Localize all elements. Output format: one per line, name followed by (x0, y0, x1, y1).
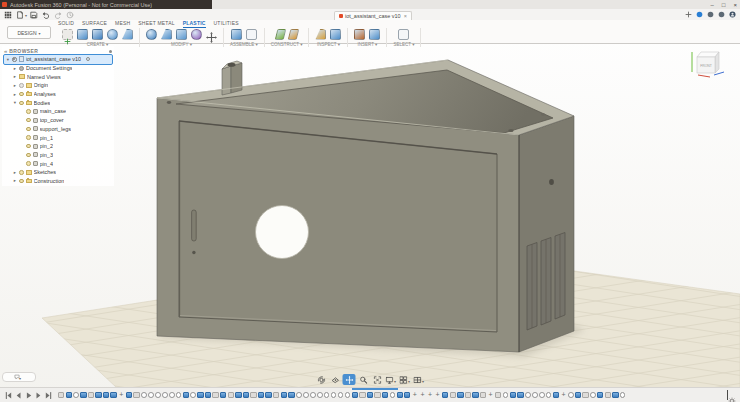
go-to-end-button[interactable] (44, 391, 53, 400)
timeline-hole-feature-icon[interactable] (390, 392, 396, 398)
timeline-solid-feature-icon[interactable] (404, 392, 410, 398)
step-forward-button[interactable] (34, 391, 43, 400)
document-tab[interactable]: iot_assistant_case v10 × (334, 11, 412, 20)
browser-item-named-views[interactable]: ▸Named Views (4, 72, 112, 81)
timeline-solid-feature-icon[interactable] (281, 392, 287, 398)
timeline-sketch-feature-icon[interactable] (359, 392, 365, 398)
browser-item-document-settings[interactable]: ▸Document Settings (4, 64, 112, 73)
timeline-hole-feature-icon[interactable] (525, 392, 531, 398)
tree-expand-arrow-icon[interactable]: ▸ (13, 92, 17, 97)
timeline-solid-feature-icon[interactable] (457, 392, 463, 398)
measure-icon[interactable] (315, 29, 326, 40)
timeline-solid-feature-icon[interactable] (243, 392, 249, 398)
save-button-icon[interactable] (30, 11, 38, 19)
timeline-settings-gear-icon[interactable] (728, 391, 736, 399)
ribbon-tab-mesh[interactable]: MESH (115, 20, 130, 28)
ribbon-group-label[interactable]: INSPECT ▾ (317, 42, 340, 47)
timeline-solid-feature-icon[interactable] (510, 392, 516, 398)
select-tool-icon[interactable] (398, 29, 409, 40)
browser-item-analyses[interactable]: ▸Analyses (4, 90, 112, 99)
timeline-hole-feature-icon[interactable] (148, 392, 154, 398)
close-button[interactable]: × (733, 2, 737, 8)
tree-expand-arrow-icon[interactable]: ▸ (13, 66, 17, 71)
sweep-icon[interactable] (122, 29, 133, 40)
pan-tool-button[interactable] (343, 374, 356, 385)
timeline-scroll-thumb[interactable] (352, 388, 398, 390)
timeline-sketch-feature-icon[interactable] (582, 392, 588, 398)
timeline-solid-feature-icon[interactable] (258, 392, 264, 398)
maximize-button[interactable]: □ (722, 2, 726, 8)
timeline-hole-feature-icon[interactable] (162, 392, 168, 398)
visibility-bulb-icon[interactable] (26, 127, 31, 132)
timeline-hole-feature-icon[interactable] (296, 392, 302, 398)
timeline-hole-feature-icon[interactable] (532, 392, 538, 398)
timeline-solid-feature-icon[interactable] (553, 392, 559, 398)
model-enclosure-body[interactable] (157, 60, 574, 352)
timeline-solid-feature-icon[interactable] (597, 392, 603, 398)
timeline-solid-feature-icon[interactable] (517, 392, 523, 398)
timeline-sketch-feature-icon[interactable] (374, 392, 380, 398)
timeline-sketch-feature-icon[interactable] (273, 392, 279, 398)
view-cube[interactable]: FRONT (686, 46, 728, 78)
construction-axis-icon[interactable] (287, 29, 299, 40)
ribbon-tab-utilities[interactable]: UTILITIES (214, 20, 239, 28)
browser-item-top_cover[interactable]: top_cover (4, 116, 112, 125)
job-status-icon[interactable] (696, 11, 703, 18)
orbit-tool-button[interactable] (315, 374, 328, 385)
panel-handle-icon[interactable] (109, 50, 112, 53)
timeline-hole-feature-icon[interactable] (590, 392, 596, 398)
collapse-panel-icon[interactable]: « (4, 48, 7, 54)
timeline-sketch-feature-icon[interactable] (250, 392, 256, 398)
document-tab-close-icon[interactable]: × (404, 13, 407, 19)
extensions-icon[interactable] (685, 11, 692, 18)
timeline-hole-feature-icon[interactable] (169, 392, 175, 398)
visibility-bulb-icon[interactable] (26, 118, 31, 123)
activate-component-radio[interactable] (12, 57, 17, 62)
timeline-sketch-feature-icon[interactable] (605, 392, 611, 398)
browser-item-sketches[interactable]: ▸Sketches (4, 168, 112, 177)
timeline-solid-feature-icon[interactable] (220, 392, 226, 398)
insert-canvas-icon[interactable] (369, 29, 380, 40)
construction-plane-icon[interactable] (274, 29, 286, 40)
timeline-hole-feature-icon[interactable] (324, 392, 330, 398)
timeline-sketch-feature-icon[interactable] (58, 392, 64, 398)
timeline-solid-feature-icon[interactable] (265, 392, 271, 398)
visibility-bulb-icon[interactable] (19, 170, 24, 175)
new-component-icon[interactable] (62, 29, 73, 40)
joint-icon[interactable] (246, 29, 257, 40)
tree-expand-arrow-icon[interactable]: ▸ (13, 178, 17, 183)
visibility-bulb-icon[interactable] (19, 92, 24, 97)
ribbon-group-label[interactable]: INSERT ▾ (358, 42, 378, 47)
timeline-solid-feature-icon[interactable] (103, 392, 109, 398)
file-menu-button-icon[interactable] (16, 11, 24, 19)
timeline-joint-feature-icon[interactable]: + (427, 392, 433, 398)
browser-item-bodies[interactable]: ▾Bodies (4, 98, 112, 107)
browser-item-pin_1[interactable]: pin_1 (4, 133, 112, 142)
display-settings-menu-button[interactable]: ▾ (385, 374, 398, 385)
timeline-sketch-feature-icon[interactable] (465, 392, 471, 398)
ribbon-tab-plastic[interactable]: PLASTIC (183, 20, 206, 28)
timeline-hole-feature-icon[interactable] (73, 392, 79, 398)
browser-item-pin_2[interactable]: pin_2 (4, 142, 112, 151)
press-pull-icon[interactable] (146, 29, 157, 40)
visibility-bulb-icon[interactable] (26, 135, 31, 140)
revolve-icon[interactable] (107, 29, 118, 40)
timeline-hole-feature-icon[interactable] (303, 392, 309, 398)
move-copy-icon[interactable] (206, 29, 217, 40)
timeline-solid-feature-icon[interactable] (397, 392, 403, 398)
timeline-hole-feature-icon[interactable] (176, 392, 182, 398)
grid-and-snaps-menu-button[interactable]: ▾ (399, 374, 412, 385)
ribbon-tab-surface[interactable]: SURFACE (82, 20, 107, 28)
timeline-solid-feature-icon[interactable] (95, 392, 101, 398)
timeline-solid-feature-icon[interactable] (183, 392, 189, 398)
tree-expand-arrow-icon[interactable]: ▸ (13, 83, 17, 88)
ribbon-group-label[interactable]: MODIFY ▾ (171, 42, 192, 47)
timeline-solid-feature-icon[interactable] (442, 392, 448, 398)
fit-view-tool-button[interactable] (371, 374, 384, 385)
timeline-sketch-feature-icon[interactable] (88, 392, 94, 398)
browser-item-pin_4[interactable]: pin_4 (4, 159, 112, 168)
timeline-hole-feature-icon[interactable] (620, 392, 626, 398)
timeline-solid-feature-icon[interactable] (205, 392, 211, 398)
play-button[interactable] (24, 391, 33, 400)
timeline-solid-feature-icon[interactable] (352, 392, 358, 398)
